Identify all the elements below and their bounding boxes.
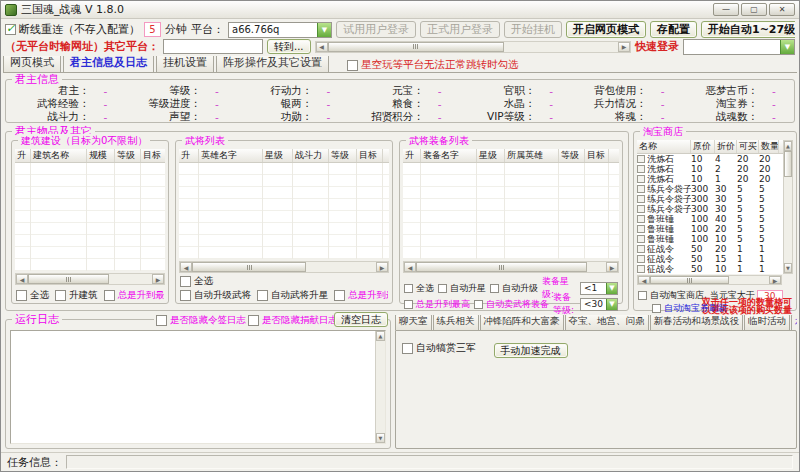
activity-tab[interactable]: 永久活动 [791, 315, 797, 330]
column-header[interactable]: 英雄名字 [199, 149, 263, 162]
taobao-item-checkbox[interactable] [637, 165, 645, 173]
goto-button[interactable]: 转到... [267, 39, 311, 54]
taobao-item-checkbox[interactable] [637, 235, 645, 243]
trial-login-button[interactable]: 试用用户登录 [336, 21, 416, 38]
building-hscrollbar[interactable]: ◀ ▶ [15, 273, 165, 285]
chevron-down-icon[interactable]: ▼ [780, 40, 794, 54]
taobao-row[interactable]: 征战令 50 15 1 1 [637, 254, 783, 264]
taobao-item-checkbox[interactable] [637, 195, 645, 203]
main-tab[interactable]: 君主信息及日志 [63, 56, 154, 73]
activity-tab[interactable]: 聊天室 [395, 315, 432, 330]
manual-accelerate-button[interactable]: 手动加速完成 [494, 343, 568, 358]
taobao-item-checkbox[interactable] [637, 215, 645, 223]
scroll-right-icon[interactable]: ▶ [152, 274, 164, 284]
hide-donate-log-checkbox[interactable]: 是否隐藏捐献日志 [246, 314, 340, 327]
equip-table-body[interactable] [403, 163, 619, 259]
taobao-row[interactable]: 练兵令袋子 300 30 5 5 [637, 194, 783, 204]
equip-level-select[interactable]: <30级 ▼ [580, 298, 618, 311]
web-mode-button[interactable]: 开启网页模式 [566, 21, 646, 38]
maximize-button[interactable]: ▢ [741, 3, 767, 16]
close-button[interactable]: ✕ [769, 3, 795, 16]
activity-tab[interactable]: 新春活动和场景战役 [650, 315, 744, 330]
scrollbar-thumb[interactable] [416, 262, 587, 272]
scrollbar-thumb[interactable] [192, 262, 306, 272]
taobao-item-checkbox[interactable] [637, 155, 645, 163]
activity-tab[interactable]: 临时活动 [744, 315, 790, 330]
column-header[interactable]: 战斗力 [293, 149, 329, 162]
reconnect-minutes-input[interactable]: 5 [144, 22, 161, 37]
taobao-item-checkbox[interactable] [637, 265, 645, 273]
scroll-down-icon[interactable]: ▼ [784, 263, 792, 273]
auto-reward-checkbox[interactable]: 自动犒赏三军 [402, 341, 476, 355]
scroll-up-icon[interactable]: ▲ [784, 141, 792, 151]
scroll-down-icon[interactable]: ▼ [376, 433, 385, 443]
scroll-left-icon[interactable]: ◀ [16, 274, 28, 284]
platform-select[interactable]: a66.766q ▼ [228, 22, 332, 38]
hide-token-log-checkbox[interactable]: 是否隐藏令签日志 [154, 314, 248, 327]
quick-login-select[interactable]: ▼ [683, 39, 795, 55]
formal-login-button[interactable]: 正式用户登录 [420, 21, 500, 38]
activity-tab[interactable]: 练兵相关 [433, 315, 479, 330]
hero-auto-level-checkbox[interactable]: 自动升级武将 [180, 289, 251, 302]
column-header[interactable]: 等级 [329, 149, 357, 162]
taobao-item-checkbox[interactable] [637, 175, 645, 183]
column-header[interactable]: 升 [403, 149, 421, 162]
column-header[interactable]: 目标 [141, 149, 165, 162]
taobao-row[interactable]: 鲁班锤 100 40 5 5 [637, 214, 783, 224]
chevron-down-icon[interactable]: ▼ [606, 299, 617, 310]
main-tab[interactable]: 阵形操作及其它设置 [216, 56, 329, 72]
horizontal-scrollbar[interactable]: ◀ ▶ [315, 41, 631, 53]
hero-auto-star-checkbox[interactable]: 自动武将升星 [257, 289, 328, 302]
taobao-item-checkbox[interactable] [637, 185, 645, 193]
column-header[interactable]: 所属英雄 [505, 149, 559, 162]
hero-max-checkbox[interactable]: 总是升到最高 [334, 289, 388, 302]
minimize-button[interactable]: — [713, 3, 739, 16]
taobao-row[interactable]: 洗炼石 10 1 20 20 [637, 174, 783, 184]
equip-auto-sell-checkbox[interactable]: 自动卖武将装备 [474, 298, 549, 311]
start-hangup-button[interactable]: 开始挂机 [504, 21, 562, 38]
taobao-item-checkbox[interactable] [637, 225, 645, 233]
taobao-row[interactable]: 练兵令袋子 300 30 5 5 [637, 184, 783, 194]
taobao-row[interactable]: 鲁班锤 100 20 5 5 [637, 224, 783, 234]
activity-tab[interactable]: 夺宝、地宫、问鼎 [565, 315, 649, 330]
hero-table-body[interactable] [179, 163, 389, 259]
chevron-down-icon[interactable]: ▼ [317, 23, 331, 37]
reconnect-checkbox[interactable]: 断线重连（不存入配置） [5, 22, 140, 37]
column-header[interactable]: 建筑名称 [31, 149, 87, 162]
column-header[interactable]: 规模 [87, 149, 115, 162]
taobao-item-checkbox[interactable] [637, 245, 645, 253]
taobao-vscrollbar[interactable]: ▲ ▼ [783, 140, 793, 274]
column-header[interactable]: 星级 [263, 149, 293, 162]
activity-tab[interactable]: 冲锋陷阵和大富豪 [480, 315, 564, 330]
scroll-left-icon[interactable]: ◀ [316, 42, 328, 52]
scrollbar-thumb[interactable] [328, 42, 504, 52]
building-table-body[interactable] [15, 163, 165, 271]
column-header[interactable]: 等级 [115, 149, 141, 162]
scroll-right-icon[interactable]: ▶ [376, 262, 388, 272]
scroll-right-icon[interactable]: ▶ [606, 262, 618, 272]
scrollbar-thumb[interactable] [650, 276, 729, 284]
taobao-row[interactable]: 征战令 50 10 1 1 [637, 264, 783, 274]
column-header[interactable]: 等级 [559, 149, 585, 162]
taobao-row[interactable]: 征战令 50 20 1 1 [637, 244, 783, 254]
taobao-row[interactable]: 洗炼石 10 4 20 20 [637, 154, 783, 164]
taobao-hscrollbar[interactable]: ◀ ▶ [637, 275, 782, 285]
column-header[interactable]: 目标 [357, 149, 383, 162]
main-tab[interactable]: 网页模式 [3, 56, 61, 72]
scrollbar-thumb[interactable] [784, 151, 792, 177]
star-platform-checkbox[interactable]: 星空玩等平台无法正常跳转时勾选 [347, 58, 519, 72]
clear-log-button[interactable]: 清空日志 [334, 312, 388, 327]
scroll-up-icon[interactable]: ▲ [376, 331, 385, 341]
scrollbar-thumb[interactable] [28, 274, 109, 284]
scroll-right-icon[interactable]: ▶ [769, 276, 781, 284]
scroll-left-icon[interactable]: ◀ [638, 276, 650, 284]
building-select-all-checkbox[interactable]: 全选 [16, 289, 49, 302]
column-header[interactable]: 装备名字 [421, 149, 477, 162]
building-upgrade-checkbox[interactable]: 升建筑 [55, 289, 98, 302]
column-header[interactable]: 原价 [691, 140, 715, 153]
taobao-row[interactable]: 练兵令袋子 300 30 5 5 [637, 204, 783, 214]
column-header[interactable]: 名称 [637, 140, 691, 153]
hero-hscrollbar[interactable]: ◀ ▶ [179, 261, 389, 273]
scroll-left-icon[interactable]: ◀ [180, 262, 192, 272]
column-header[interactable]: 数量 [759, 140, 779, 153]
